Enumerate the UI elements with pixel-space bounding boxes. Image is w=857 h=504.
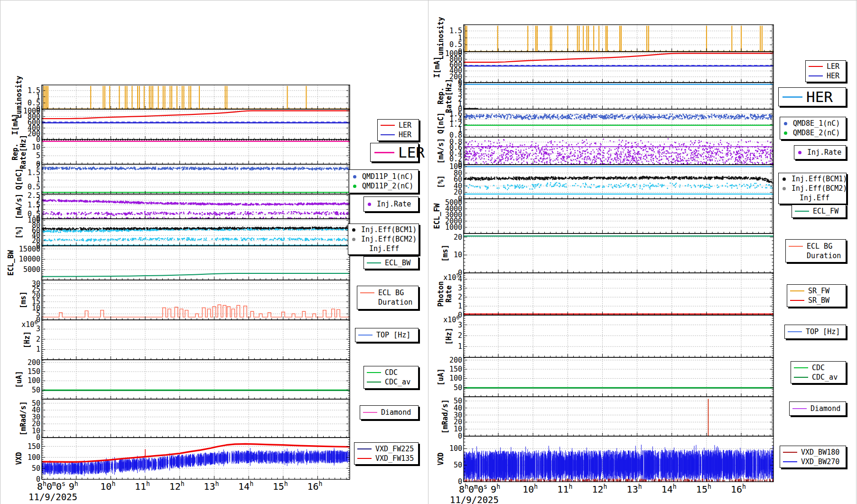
y-tick-label: 1 xyxy=(458,302,462,310)
y-tick-label: 3 xyxy=(36,325,40,333)
legend-label: Duration xyxy=(807,251,841,261)
y-tick-label: 3 xyxy=(458,321,462,329)
legend-item: Inj.Eff(BCM2) xyxy=(781,184,844,193)
panel-left: 00.511.5Luminosity02004006008001000I[mA]… xyxy=(7,75,350,492)
grid xyxy=(42,360,350,399)
y-tick-label: 150 xyxy=(28,442,40,451)
legend-line-swatch xyxy=(381,125,395,126)
axis-ticks xyxy=(42,247,350,280)
chart-frame xyxy=(464,199,773,233)
chart-photon-rate: 01234PhotonRatex105 xyxy=(437,272,773,319)
legend-label: HER xyxy=(399,130,411,140)
legend-item: VXD_FW225 xyxy=(356,444,416,454)
chart-ecl-fw: 10002000300040005000ECL_FW xyxy=(433,198,773,233)
y-axis: 01020304050[mRad/s] xyxy=(441,397,462,440)
legend-line-swatch xyxy=(788,331,802,332)
legend-item: Diamond xyxy=(792,404,844,413)
chart-diamond-dose: 01020304050[mRad/s] xyxy=(441,397,773,440)
legend-line-swatch xyxy=(794,377,808,378)
background-monitor-page: { "chart_data": { "type": "line", "title… xyxy=(0,0,857,504)
legend-item: HER xyxy=(380,130,417,140)
series-scatter xyxy=(43,212,349,216)
legend-label: Inj.Rate xyxy=(807,148,841,157)
legend-top-rate: TOP [Hz] xyxy=(355,328,419,342)
legend-beam-current: LERHER xyxy=(805,60,846,82)
legend-label: SR_BW xyxy=(808,296,829,305)
y-axis: 051015202530[ms] xyxy=(19,280,40,324)
axis-ticks xyxy=(42,195,350,219)
legend-line-swatch xyxy=(381,134,395,135)
legend-item: HER xyxy=(781,89,844,105)
series-group xyxy=(42,86,350,109)
chart-injection-efficiency: 020406080100[%] xyxy=(437,162,773,203)
series-group xyxy=(464,139,773,165)
chart-charge: 0.811.21.41.6Q[nC] xyxy=(437,109,773,140)
legend-label: CDC xyxy=(385,368,398,377)
legend-diamond-dose: Diamond xyxy=(360,405,419,420)
legend-item: Inj.Rate xyxy=(796,148,844,157)
x-tick-label: 11h​ xyxy=(557,483,572,495)
y-axis-label: I[mA] xyxy=(433,56,441,78)
legend-line-swatch xyxy=(782,96,802,98)
legend-label: QMD8E_2(nC) xyxy=(793,128,840,138)
x-tick-label: 8h​0m​0s​ xyxy=(459,483,487,495)
legend-item: LER xyxy=(373,144,416,160)
x-tick-label: 8h​0m​0s​ xyxy=(37,480,65,492)
legend-label: Inj.Eff xyxy=(369,244,399,253)
series-group xyxy=(464,388,773,388)
series-line xyxy=(464,53,773,62)
legend-label: Inj.Eff(BCM2) xyxy=(792,184,847,193)
legend-ecl-bg-duration: ECL BGDuration xyxy=(785,239,846,262)
legend-item: QMD8E_1(nC) xyxy=(782,119,844,128)
y-axis: 10002000300040005000ECL_FW xyxy=(433,198,462,232)
axis-ticks xyxy=(464,397,773,436)
series-group xyxy=(464,167,773,194)
y-tick-label: 50 xyxy=(32,464,40,473)
y-tick-label: 10000 xyxy=(19,255,40,263)
y-axis-label: ECL_BW xyxy=(7,250,15,276)
y-axis-label: Rep. xyxy=(11,143,19,160)
x-tick-label: 12h​ xyxy=(169,480,185,492)
legend-item: SR_FW xyxy=(789,286,844,296)
legend-dot-swatch xyxy=(352,238,355,241)
y-tick-label: 5 xyxy=(458,80,462,88)
x-tick-label: 10h​ xyxy=(100,480,115,492)
y-tick-label: 1000 xyxy=(445,49,462,58)
legend-line-swatch xyxy=(363,412,377,413)
y-axis-label: [ms] xyxy=(19,291,28,308)
legend-label: QMD11P_1(nC) xyxy=(362,172,413,181)
chart-frame xyxy=(464,109,773,137)
grid xyxy=(42,85,350,109)
chart-ecl-bg-duration: 01020[ms] xyxy=(441,233,773,277)
chart-frame xyxy=(42,194,350,219)
chart-cdc-current: 50100150200[uA] xyxy=(15,358,350,399)
legend-dot-swatch xyxy=(782,187,786,190)
legend-line-swatch xyxy=(790,300,804,301)
legend-injection-rate: Inj.Rate xyxy=(363,196,419,212)
x-tick-label: 16h​ xyxy=(307,480,322,492)
legend-item: Inj.Eff xyxy=(350,244,417,253)
chart-frame xyxy=(42,399,350,438)
legend-item: TOP [Hz] xyxy=(787,327,844,336)
y-tick-label: 50 xyxy=(454,461,462,469)
x-tick-label: 11h​ xyxy=(135,480,150,492)
x-tick-label: 13h​ xyxy=(627,483,642,495)
chart-frame xyxy=(464,83,773,109)
x-tick-label: 15h​ xyxy=(696,483,711,495)
chart-frame xyxy=(42,109,350,140)
series-scatter xyxy=(465,114,773,120)
right-edge-line xyxy=(856,0,857,504)
chart-rep-rate: 012345Rep.Rate[Hz] xyxy=(437,79,773,113)
legend-dot-swatch xyxy=(353,185,356,188)
x-tick-label: 12h​ xyxy=(592,483,607,495)
chart-frame xyxy=(42,140,350,164)
y-tick-label: 50 xyxy=(454,397,462,405)
legend-line-swatch xyxy=(360,292,374,293)
series-group xyxy=(42,111,350,139)
legend-label: VXD_FW135 xyxy=(375,454,414,463)
x-tick-label: 10h​ xyxy=(522,483,538,495)
chart-cdc-current: 50100150200[uA] xyxy=(437,356,773,397)
y-tick-label: 2 xyxy=(36,335,40,344)
y-axis: 050100VXD xyxy=(437,444,462,486)
series-group xyxy=(464,53,773,82)
